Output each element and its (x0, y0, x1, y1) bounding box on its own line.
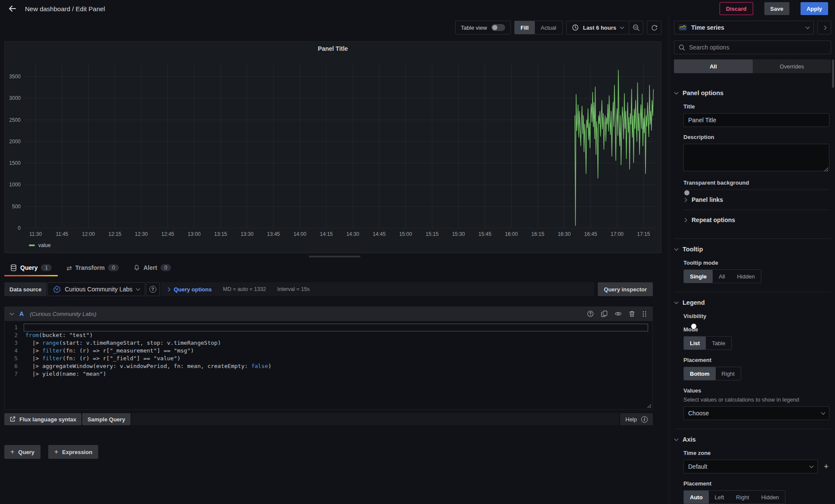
chart-legend[interactable]: value (29, 242, 51, 248)
query-inspector-button[interactable]: Query inspector (598, 282, 653, 296)
time-range-picker[interactable]: Last 6 hours (566, 21, 629, 34)
option-overrides[interactable]: Overrides (753, 59, 832, 73)
x-tick-label: 15:15 (425, 231, 438, 237)
query-ref-id[interactable]: A (19, 310, 24, 317)
y-tick-label: 500 (12, 204, 21, 210)
section-legend: Legend Visibility Mode ListTable Placeme… (674, 292, 831, 429)
table-view-toggle-box[interactable]: Table view (455, 21, 511, 34)
clock-icon (572, 24, 579, 31)
add-expression-button[interactable]: + Expression (48, 445, 98, 459)
code-line[interactable]: 4 |> filter(fn: (r) => r["_measurement"]… (5, 347, 652, 355)
refresh-button[interactable] (647, 21, 661, 34)
x-tick-label: 11:30 (29, 231, 42, 237)
option-all[interactable]: All (713, 270, 731, 283)
option-left[interactable]: Left (709, 491, 730, 504)
apply-button[interactable]: Apply (801, 2, 828, 15)
save-button[interactable]: Save (764, 2, 789, 15)
code-line[interactable]: 5 |> filter(fn: (r) => r["_field"] == "v… (5, 355, 652, 362)
code-line[interactable]: 6 |> aggregateWindow(every: v.windowPeri… (5, 362, 652, 370)
code-line[interactable]: 3 |> range(start: v.timeRangeStart, stop… (5, 339, 652, 347)
search-input[interactable] (689, 44, 826, 51)
legend-header[interactable]: Legend (675, 299, 829, 306)
legend-swatch (29, 244, 35, 246)
sidebar-scrollbar[interactable] (832, 59, 834, 88)
option-hidden[interactable]: Hidden (731, 270, 761, 283)
search-icon (679, 44, 685, 51)
x-tick-label: 12:45 (161, 231, 174, 237)
query-datasource-subtitle: (Curious Community Labs) (30, 311, 96, 317)
panel-resize-handle[interactable] (309, 256, 360, 257)
x-tick-label: 14:00 (293, 231, 306, 237)
visualization-name: Time series (691, 24, 802, 31)
x-tick-label: 13:45 (267, 231, 280, 237)
options-search[interactable] (674, 40, 831, 54)
option-bottom[interactable]: Bottom (684, 367, 716, 380)
breadcrumb: New dashboard / Edit Panel (25, 5, 105, 12)
back-button[interactable] (7, 3, 17, 14)
panel-options-header[interactable]: Panel options (675, 90, 829, 96)
code-line[interactable]: 2from(bucket: "test") (5, 331, 652, 339)
x-tick-label: 12:00 (82, 231, 95, 237)
eye-icon[interactable] (615, 310, 622, 317)
y-tick-label: 3500 (9, 74, 21, 80)
help-circle-icon[interactable] (587, 310, 594, 317)
add-query-button[interactable]: + Query (4, 445, 40, 459)
axis-header[interactable]: Axis (675, 436, 829, 443)
tab-transform[interactable]: ⇄ Transform 0 (60, 262, 125, 276)
chevron-down-icon (674, 247, 679, 251)
description-textarea[interactable] (683, 144, 829, 171)
datasource-help-button[interactable]: ? (146, 282, 160, 296)
duplicate-icon[interactable] (601, 310, 608, 317)
chevron-down-icon (136, 287, 140, 291)
add-timezone-button[interactable]: + (823, 462, 829, 471)
chevron-right-icon (683, 198, 687, 202)
code-line[interactable]: 1 (5, 324, 652, 331)
option-actual[interactable]: Actual (535, 21, 562, 34)
x-tick-label: 17:15 (637, 231, 650, 237)
transform-icon: ⇄ (66, 265, 72, 271)
legend-mode-label: Mode (683, 326, 829, 333)
option-table[interactable]: Table (706, 337, 731, 349)
line-number: 5 (5, 355, 24, 362)
table-view-toggle[interactable] (491, 24, 505, 31)
x-tick-label: 13:15 (214, 231, 227, 237)
panel-links-row[interactable]: Panel links (683, 189, 829, 210)
drag-handle-icon[interactable] (642, 311, 647, 317)
option-auto[interactable]: Auto (684, 491, 709, 504)
query-options-link[interactable]: Query options (167, 286, 212, 293)
editor-resize-corner[interactable] (646, 403, 651, 408)
code-line[interactable]: 7 |> yield(name: "mean") (5, 370, 652, 378)
timezone-label: Time zone (683, 450, 829, 456)
visualization-picker[interactable]: Time series (674, 21, 814, 34)
tooltip-mode-group: SingleAllHidden (683, 269, 761, 283)
option-all[interactable]: All (674, 59, 753, 73)
panel-title-input[interactable] (683, 113, 829, 127)
legend-values-select[interactable]: Choose (683, 406, 829, 420)
help-button[interactable]: Help i (620, 413, 653, 425)
query-editor-header[interactable]: A (Curious Community Labs) (4, 306, 653, 321)
option-right[interactable]: Right (730, 491, 755, 504)
discard-button[interactable]: Discard (720, 2, 753, 15)
datasource-picker[interactable]: Curious Community Labs (47, 282, 145, 296)
option-hidden[interactable]: Hidden (755, 491, 785, 504)
panel-preview[interactable]: Panel Title 0500100015002000250030003500… (4, 41, 661, 253)
repeat-options-row[interactable]: Repeat options (683, 210, 829, 230)
sample-query-button[interactable]: Sample Query (82, 413, 130, 425)
line-number: 3 (5, 339, 24, 347)
tab-alert[interactable]: Alert 0 (127, 262, 177, 276)
option-list[interactable]: List (684, 337, 706, 349)
tooltip-header[interactable]: Tooltip (675, 246, 829, 253)
y-tick-label: 2500 (9, 117, 21, 123)
flux-syntax-button[interactable]: Flux language syntax (4, 413, 81, 425)
trash-icon[interactable] (629, 310, 635, 317)
timezone-select[interactable]: Default (683, 460, 818, 473)
collapse-pane-button[interactable] (817, 21, 831, 34)
option-single[interactable]: Single (684, 270, 713, 283)
option-right[interactable]: Right (716, 367, 741, 380)
code-editor[interactable]: 12from(bucket: "test")3 |> range(start: … (4, 321, 653, 410)
fill-actual-group: FillActual (514, 21, 563, 34)
collapse-query-icon[interactable] (10, 311, 14, 315)
tab-query[interactable]: Query 1 (4, 262, 58, 276)
option-fill[interactable]: Fill (515, 21, 535, 34)
zoom-out-button[interactable] (629, 21, 643, 34)
